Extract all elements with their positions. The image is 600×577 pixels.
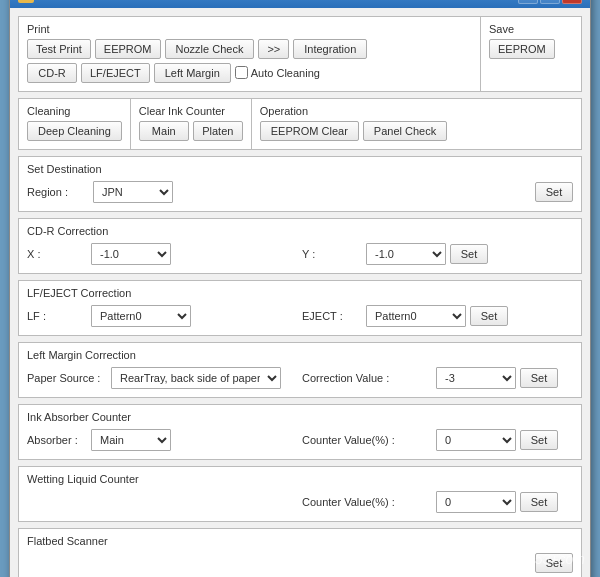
wetting-counter-label: Counter Value(%) : [302,496,432,508]
cd-r-x-col: X : -1.00.01.0 [27,243,298,265]
maximize-button[interactable]: □ [540,0,560,4]
cd-r-y-col: Y : -1.00.01.0 Set [302,243,573,265]
left-margin-row: Paper Source : RearTray, back side of pa… [27,367,573,389]
ink-counter-label: Counter Value(%) : [302,434,432,446]
wetting-liquid-title: Wetting Liquid Counter [27,473,573,485]
titlebar-left: 🔧 Service Tool [18,0,105,3]
cd-r-set-button[interactable]: Set [450,244,488,264]
correction-value-label: Correction Value : [302,372,432,384]
cd-r-button[interactable]: CD-R [27,63,77,83]
cleaning-label: Cleaning [27,105,122,117]
print-row1: Test Print EEPROM Nozzle Check >> Integr… [27,39,472,59]
integration-button[interactable]: Integration [293,39,367,59]
titlebar: 🔧 Service Tool — □ ✕ [10,0,590,8]
absorber-select[interactable]: MainSub [91,429,171,451]
operation-label: Operation [260,105,573,117]
lf-eject-button[interactable]: LF/EJECT [81,63,150,83]
set-destination-content: Region : JPNUSAEUR [27,181,535,203]
wetting-counter-select[interactable]: 0102050100 [436,491,516,513]
ink-absorber-title: Ink Absorber Counter [27,411,573,423]
lf-col: LF : Pattern0Pattern1Pattern2 [27,305,298,327]
eject-label: EJECT : [302,310,362,322]
left-margin-correction-title: Left Margin Correction [27,349,573,361]
clear-ink-section: Clear Ink Counter Main Platen [131,99,252,149]
main-window: 🔧 Service Tool — □ ✕ Print Test Print EE… [9,0,591,577]
y-label: Y : [302,248,362,260]
lf-eject-correction-title: LF/EJECT Correction [27,287,573,299]
clear-ink-buttons: Main Platen [139,121,243,141]
left-margin-correction-section: Left Margin Correction Paper Source : Re… [18,342,582,398]
ink-absorber-set-button[interactable]: Set [520,430,558,450]
deep-cleaning-button[interactable]: Deep Cleaning [27,121,122,141]
save-section-label: Save [489,23,573,35]
panel-check-button[interactable]: Panel Check [363,121,447,141]
print-section: Print Test Print EEPROM Nozzle Check >> … [19,17,481,91]
eeprom-save-button[interactable]: EEPROM [489,39,555,59]
platen-clear-button[interactable]: Platen [193,121,243,141]
cd-r-row: X : -1.00.01.0 Y : -1.00.01.0 Set [27,243,573,265]
ink-counter-value-col: Counter Value(%) : 0102050100 Set [302,429,573,451]
set-destination-set-col: Set [535,182,573,202]
print-save-group: Print Test Print EEPROM Nozzle Check >> … [18,16,582,92]
auto-cleaning-container: Auto Cleaning [235,66,320,79]
content-area: Print Test Print EEPROM Nozzle Check >> … [10,8,590,578]
nozzle-check-button[interactable]: Nozzle Check [165,39,255,59]
eject-select[interactable]: Pattern0Pattern1Pattern2 [366,305,466,327]
cd-r-correction-title: CD-R Correction [27,225,573,237]
operation-section: Operation EEPROM Clear Panel Check [252,99,581,149]
main-clear-button[interactable]: Main [139,121,189,141]
ink-absorber-section: Ink Absorber Counter Absorber : MainSub … [18,404,582,460]
auto-cleaning-label: Auto Cleaning [251,67,320,79]
region-label: Region : [27,186,87,198]
app-icon: 🔧 [18,0,34,3]
region-select[interactable]: JPNUSAEUR [93,181,173,203]
ink-absorber-row: Absorber : MainSub Counter Value(%) : 01… [27,429,573,451]
lf-eject-set-button[interactable]: Set [470,306,508,326]
wetting-liquid-section: Wetting Liquid Counter Counter Value(%) … [18,466,582,522]
paper-source-label: Paper Source : [27,372,107,384]
wetting-liquid-set-button[interactable]: Set [520,492,558,512]
left-margin-set-button[interactable]: Set [520,368,558,388]
ink-counter-select[interactable]: 0102050100 [436,429,516,451]
print-section-label: Print [27,23,472,35]
eeprom-print-button[interactable]: EEPROM [95,39,161,59]
titlebar-buttons: — □ ✕ [518,0,582,4]
flatbed-scanner-title: Flatbed Scanner [27,535,573,547]
paper-source-select[interactable]: RearTray, back side of paperFrontTrayCas… [111,367,281,389]
cd-r-correction-section: CD-R Correction X : -1.00.01.0 Y : -1.00… [18,218,582,274]
set-destination-title: Set Destination [27,163,573,175]
lf-eject-row: LF : Pattern0Pattern1Pattern2 EJECT : Pa… [27,305,573,327]
flatbed-scanner-section: Flatbed Scanner Set [18,528,582,578]
window-title: Service Tool [40,0,105,2]
wetting-liquid-row: Counter Value(%) : 0102050100 Set [27,491,573,513]
watermark: 9553+com [519,551,585,567]
clear-ink-label: Clear Ink Counter [139,105,243,117]
correction-value-col: Correction Value : -3-2-10 Set [302,367,573,389]
x-label: X : [27,248,87,260]
set-destination-row: Region : JPNUSAEUR Set [27,181,573,203]
flatbed-set-row: Set [27,553,573,573]
left-margin-button[interactable]: Left Margin [154,63,231,83]
cleaning-section: Cleaning Deep Cleaning [19,99,131,149]
minimize-button[interactable]: — [518,0,538,4]
paper-source-col: Paper Source : RearTray, back side of pa… [27,367,298,389]
lf-select[interactable]: Pattern0Pattern1Pattern2 [91,305,191,327]
absorber-col: Absorber : MainSub [27,429,298,451]
lf-label: LF : [27,310,87,322]
set-destination-section: Set Destination Region : JPNUSAEUR Set [18,156,582,212]
operation-buttons: EEPROM Clear Panel Check [260,121,573,141]
test-print-button[interactable]: Test Print [27,39,91,59]
close-button[interactable]: ✕ [562,0,582,4]
auto-cleaning-checkbox[interactable] [235,66,248,79]
wetting-counter-col: Counter Value(%) : 0102050100 Set [302,491,573,513]
print-row2: CD-R LF/EJECT Left Margin Auto Cleaning [27,63,472,83]
eeprom-clear-button[interactable]: EEPROM Clear [260,121,359,141]
correction-value-select[interactable]: -3-2-10 [436,367,516,389]
arrow-button[interactable]: >> [258,39,289,59]
y-select[interactable]: -1.00.01.0 [366,243,446,265]
absorber-label: Absorber : [27,434,87,446]
x-select[interactable]: -1.00.01.0 [91,243,171,265]
mid-sections-group: Cleaning Deep Cleaning Clear Ink Counter… [18,98,582,150]
save-section: Save EEPROM [481,17,581,91]
set-destination-set-button[interactable]: Set [535,182,573,202]
